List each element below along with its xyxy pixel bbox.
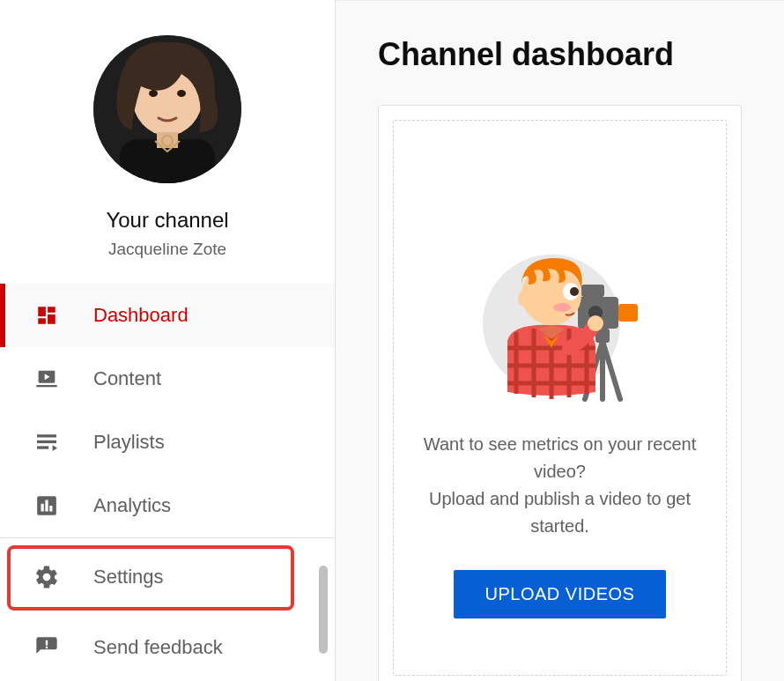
sidebar-item-label: Dashboard (93, 304, 189, 327)
sidebar-item-analytics[interactable]: Analytics (0, 474, 335, 537)
sidebar-nav: Dashboard Content Playlists Analytics (0, 284, 335, 537)
svg-rect-11 (38, 318, 46, 324)
sidebar: Your channel Jacqueline Zote Dashboard C… (0, 0, 336, 681)
svg-rect-22 (49, 506, 52, 512)
avatar[interactable] (93, 35, 241, 183)
sidebar-item-feedback[interactable]: Send feedback (0, 616, 335, 679)
svg-rect-14 (36, 385, 56, 387)
svg-point-46 (518, 291, 529, 307)
svg-rect-30 (618, 304, 638, 322)
content-icon (33, 366, 60, 392)
svg-point-48 (570, 287, 579, 296)
dashboard-card: Want to see metrics on your recent video… (378, 105, 742, 681)
sidebar-item-playlists[interactable]: Playlists (0, 411, 335, 474)
svg-point-3 (149, 90, 158, 97)
svg-rect-21 (45, 500, 48, 512)
upload-videos-button[interactable]: UPLOAD VIDEOS (454, 570, 667, 618)
svg-rect-23 (46, 640, 48, 646)
channel-name: Jacqueline Zote (0, 240, 335, 259)
gear-icon (33, 564, 60, 590)
svg-rect-15 (37, 434, 56, 437)
playlists-icon (33, 429, 60, 455)
sidebar-footer: Settings Send feedback (0, 537, 335, 679)
svg-rect-10 (48, 315, 55, 324)
sidebar-item-label: Content (93, 367, 161, 390)
page-title: Channel dashboard (378, 1, 742, 105)
svg-rect-16 (37, 440, 56, 443)
svg-point-4 (177, 90, 186, 97)
sidebar-item-content[interactable]: Content (0, 347, 335, 411)
sidebar-item-dashboard[interactable]: Dashboard (0, 284, 335, 347)
svg-rect-31 (581, 285, 604, 297)
svg-point-49 (553, 303, 571, 312)
svg-point-44 (588, 315, 603, 331)
dashboard-icon (33, 302, 60, 329)
sidebar-item-settings[interactable]: Settings (0, 538, 335, 616)
svg-rect-9 (48, 307, 55, 313)
sidebar-item-label: Analytics (93, 494, 171, 517)
svg-marker-18 (53, 445, 58, 451)
analytics-icon (33, 492, 60, 519)
svg-rect-24 (46, 647, 48, 648)
svg-rect-20 (41, 504, 44, 512)
camera-person-illustration (463, 244, 657, 406)
main-content: Channel dashboard (336, 0, 784, 681)
sidebar-item-label: Playlists (93, 431, 165, 454)
channel-heading: Your channel (0, 208, 335, 233)
sidebar-item-label: Send feedback (93, 636, 223, 659)
profile-section: Your channel Jacqueline Zote (0, 0, 335, 284)
svg-rect-8 (38, 307, 46, 316)
empty-state: Want to see metrics on your recent video… (393, 120, 727, 676)
empty-state-text: Want to see metrics on your recent video… (415, 431, 705, 540)
sidebar-item-label: Settings (93, 566, 164, 588)
svg-rect-17 (37, 446, 48, 448)
feedback-icon (33, 634, 60, 661)
